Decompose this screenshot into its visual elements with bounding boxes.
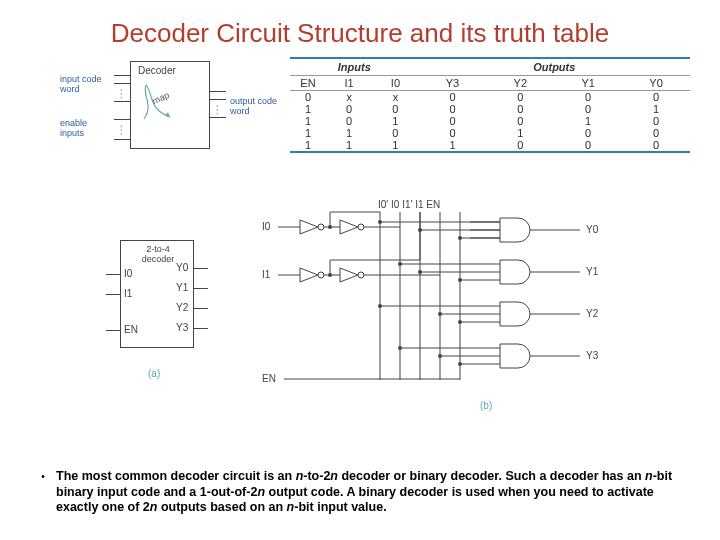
table-cell: 0: [554, 103, 622, 115]
table-cell: 0: [622, 91, 690, 104]
circuit-zone: 2-to-4 decoder I0 I1 EN Y0 Y1 Y2 Y3 (a) …: [80, 200, 670, 430]
pin-label: I0: [124, 268, 132, 279]
svg-text:Y1: Y1: [586, 266, 599, 277]
bullet-mark: •: [30, 469, 56, 482]
map-arrow-icon: [136, 79, 200, 139]
table-row: 1100100: [290, 127, 690, 139]
table-cell: 0: [486, 103, 554, 115]
pin-label: EN: [124, 324, 138, 335]
svg-text:Y3: Y3: [586, 350, 599, 361]
table-row: 1010010: [290, 115, 690, 127]
table-cell: 1: [622, 103, 690, 115]
svg-text:EN: EN: [262, 373, 276, 384]
bullet-text: The most common decoder circuit is an n-…: [56, 469, 690, 516]
table-row: 1000001: [290, 103, 690, 115]
page-title: Decoder Circuit Structure and its truth …: [0, 0, 720, 57]
table-cell: 1: [326, 139, 372, 151]
table-cell: 1: [372, 139, 418, 151]
table-cell: 0: [486, 115, 554, 127]
table-cell: 0: [622, 127, 690, 139]
block-diagram: Decoder map ··· ··· ··· input code word …: [60, 61, 290, 181]
table-cell: 1: [326, 127, 372, 139]
tt-col: I0: [372, 76, 418, 91]
and-gate-icon: [500, 260, 580, 284]
table-cell: 0: [622, 139, 690, 151]
table-cell: 0: [326, 115, 372, 127]
table-cell: 0: [326, 103, 372, 115]
svg-point-13: [328, 225, 332, 229]
tt-inputs-header: Inputs: [290, 59, 419, 76]
table-cell: x: [372, 91, 418, 104]
svg-point-7: [318, 224, 324, 230]
table-cell: x: [326, 91, 372, 104]
table-cell: 0: [486, 139, 554, 151]
table-cell: 0: [554, 139, 622, 151]
table-cell: 0: [372, 103, 418, 115]
svg-point-9: [358, 224, 364, 230]
caption-b: (b): [480, 400, 492, 411]
table-cell: 1: [290, 139, 326, 151]
table-cell: 1: [290, 127, 326, 139]
table-cell: 0: [372, 127, 418, 139]
table-cell: 1: [290, 103, 326, 115]
pin-label: Y3: [176, 322, 188, 333]
description-bullet: • The most common decoder circuit is an …: [30, 469, 690, 516]
caption-a: (a): [148, 368, 160, 379]
table-cell: 0: [622, 115, 690, 127]
table-cell: 0: [419, 103, 487, 115]
input-code-label: input code word: [60, 75, 110, 95]
decoder-2to4-title: 2-to-4 decoder: [138, 244, 178, 264]
table-cell: 1: [372, 115, 418, 127]
and-gate-icon: [500, 302, 580, 326]
svg-text:I0: I0: [262, 221, 271, 232]
table-cell: 0: [419, 127, 487, 139]
pin-label: Y0: [176, 262, 188, 273]
table-cell: 0: [554, 91, 622, 104]
table-row: 0xx0000: [290, 91, 690, 104]
output-code-label: output code word: [230, 97, 290, 117]
svg-point-23: [328, 273, 332, 277]
tt-col: I1: [326, 76, 372, 91]
pin-label: Y2: [176, 302, 188, 313]
tt-col: Y2: [486, 76, 554, 91]
svg-point-16: [318, 272, 324, 278]
svg-point-18: [358, 272, 364, 278]
table-cell: 0: [554, 127, 622, 139]
top-rail-labels: I0' I0 I1' I1 EN: [378, 200, 440, 210]
top-content-row: Decoder map ··· ··· ··· input code word …: [0, 57, 720, 181]
decoder-box-label: Decoder: [138, 65, 176, 76]
table-cell: 1: [419, 139, 487, 151]
table-cell: 1: [554, 115, 622, 127]
truth-table: Inputs Outputs EN I1 I0 Y3 Y2 Y1 Y0 0xx0…: [290, 57, 690, 153]
decoder-2to4-block: 2-to-4 decoder I0 I1 EN Y0 Y1 Y2 Y3 (a): [80, 240, 230, 400]
svg-text:I1: I1: [262, 269, 271, 280]
tt-col: Y3: [419, 76, 487, 91]
tt-col: EN: [290, 76, 326, 91]
table-cell: 0: [419, 115, 487, 127]
table-cell: 0: [419, 91, 487, 104]
schematic-svg: I0' I0 I1' I1 EN I0 I1: [260, 200, 660, 410]
table-cell: 1: [290, 115, 326, 127]
tt-col: Y0: [622, 76, 690, 91]
and-gate-icon: [500, 344, 580, 368]
table-row: 1111000: [290, 139, 690, 151]
svg-text:Y0: Y0: [586, 224, 599, 235]
enable-label: enable inputs: [60, 119, 110, 139]
table-cell: 0: [290, 91, 326, 104]
tt-col: Y1: [554, 76, 622, 91]
svg-text:Y2: Y2: [586, 308, 599, 319]
table-cell: 1: [486, 127, 554, 139]
pin-label: I1: [124, 288, 132, 299]
gate-schematic: I0' I0 I1' I1 EN I0 I1: [260, 200, 660, 420]
pin-label: Y1: [176, 282, 188, 293]
tt-outputs-header: Outputs: [419, 59, 690, 76]
table-cell: 0: [486, 91, 554, 104]
